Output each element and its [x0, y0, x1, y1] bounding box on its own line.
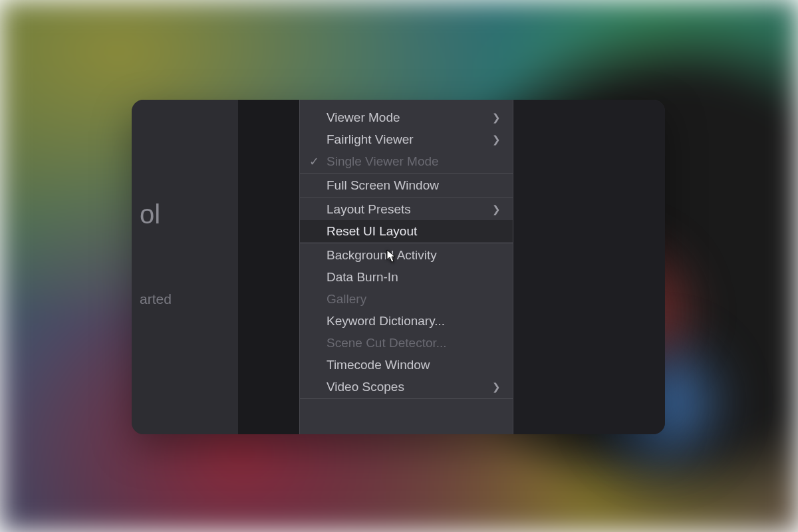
menu-item-video-scopes[interactable]: Video Scopes ❯ [300, 376, 513, 398]
menu-item-label: Reset UI Layout [327, 224, 501, 239]
menu-item-label: Video Scopes [327, 380, 492, 394]
menu-item-label: Keyword Dictionary... [327, 314, 501, 329]
checkmark-icon: ✓ [309, 154, 319, 169]
menu-item-single-viewer-mode: ✓ Single Viewer Mode [300, 150, 513, 172]
menu-item-gallery: Gallery [300, 288, 513, 310]
right-panel [513, 100, 665, 434]
menu-item-label: Full Screen Window [327, 178, 501, 193]
chevron-right-icon: ❯ [492, 112, 501, 124]
menu-item-fairlight-viewer[interactable]: Fairlight Viewer ❯ [300, 128, 513, 150]
menu-item-reset-ui-layout[interactable]: Reset UI Layout [300, 220, 513, 242]
menu-section: Background Activity Data Burn-In Gallery… [300, 243, 513, 398]
menu-item-label: Single Viewer Mode [327, 154, 501, 169]
menu-section: Full Screen Window [300, 173, 513, 197]
app-window: ol arted Viewer Mode ❯ Fairlight Viewer … [132, 100, 665, 434]
menu-item-timecode-window[interactable]: Timecode Window [300, 354, 513, 376]
menu-item-background-activity[interactable]: Background Activity [300, 244, 513, 266]
menu-item-label: Background Activity [327, 248, 501, 263]
side-panel [238, 100, 299, 434]
menu-item-layout-presets[interactable]: Layout Presets ❯ [300, 198, 513, 220]
menu-item-label: Scene Cut Detector... [327, 336, 501, 350]
app-content-area: ol arted Viewer Mode ❯ Fairlight Viewer … [132, 100, 665, 434]
chevron-right-icon: ❯ [492, 134, 501, 146]
menu-item-label: Data Burn-In [327, 270, 501, 285]
chevron-right-icon: ❯ [492, 381, 501, 393]
menu-item-viewer-mode[interactable]: Viewer Mode ❯ [300, 106, 513, 128]
menu-section [300, 398, 513, 412]
menu-item-data-burn-in[interactable]: Data Burn-In [300, 266, 513, 288]
background-heading-fragment: ol [140, 200, 160, 229]
menu-item-label: Viewer Mode [327, 110, 492, 125]
chevron-right-icon: ❯ [492, 203, 501, 215]
menu-item-scene-cut-detector: Scene Cut Detector... [300, 332, 513, 354]
background-text-fragment: arted [140, 291, 172, 307]
menu-item-label: Layout Presets [327, 202, 492, 217]
menu-section: Viewer Mode ❯ Fairlight Viewer ❯ ✓ Singl… [300, 100, 513, 173]
workspace-dropdown-menu: Viewer Mode ❯ Fairlight Viewer ❯ ✓ Singl… [299, 100, 513, 434]
menu-item-label: Fairlight Viewer [327, 132, 492, 147]
menu-item-label: Timecode Window [327, 358, 501, 372]
menu-item-full-screen-window[interactable]: Full Screen Window [300, 174, 513, 196]
menu-section: Layout Presets ❯ Reset UI Layout [300, 197, 513, 243]
menu-item-label: Gallery [327, 292, 501, 307]
menu-item-keyword-dictionary[interactable]: Keyword Dictionary... [300, 310, 513, 332]
